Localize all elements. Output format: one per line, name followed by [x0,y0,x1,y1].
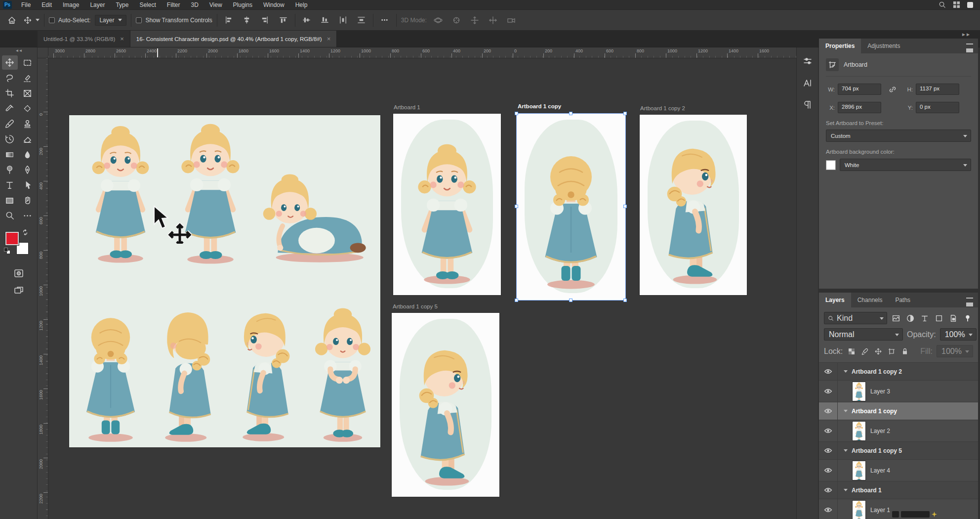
screen-mode-icon[interactable] [13,285,24,295]
rectangular-marquee-tool[interactable] [20,55,36,70]
layer-row[interactable]: Artboard 1 copy 5 [819,442,978,460]
layer-row[interactable]: Artboard 1 copy 2 [819,363,978,381]
selection-handle[interactable] [623,205,627,208]
path-select-tool[interactable] [20,178,36,192]
layer-row[interactable]: Layer 3 [819,381,978,402]
group-expand-chevron-icon[interactable] [844,410,848,412]
document-tab[interactable]: Untitled-1 @ 33.3% (RGB/8) [38,31,130,47]
layer-thumbnail[interactable] [853,382,865,401]
selection-handle[interactable] [569,299,572,302]
menu-item[interactable]: File [16,0,36,9]
history-brush-tool[interactable] [2,132,18,146]
patch-tool[interactable] [20,101,36,116]
menu-item[interactable]: Window [258,0,290,9]
artboard-1[interactable] [393,114,501,295]
lock-position-icon[interactable] [873,345,883,357]
opacity-field[interactable]: 100% [940,328,977,341]
group-expand-chevron-icon[interactable] [844,370,848,373]
checkbox-icon[interactable] [49,17,55,23]
close-tab-icon[interactable] [327,35,331,43]
selection-handle[interactable] [623,299,627,302]
character-sheet-image[interactable] [69,115,380,447]
layer-row[interactable]: Artboard 1 copy [819,402,978,420]
eraser-tool[interactable] [20,132,36,146]
layer-thumbnail[interactable] [853,422,865,440]
canvas-viewport[interactable]: Artboard 1 Artboard 1 copy Artboard 1 co… [48,58,796,519]
auto-select-target-dropdown[interactable]: Layer [95,15,126,26]
filter-pixel-layers-icon[interactable] [890,312,901,324]
panel-tab[interactable]: Paths [889,293,917,307]
menu-item[interactable]: 3D [185,0,204,9]
visibility-toggle[interactable] [819,381,838,402]
panel-tab[interactable]: Adjustments [861,39,906,53]
type-tool[interactable] [2,178,18,192]
collapse-toolbar-icon[interactable]: ◄◄ [0,47,37,53]
ruler-origin-corner[interactable] [38,47,48,58]
home-icon[interactable] [5,13,19,27]
selection-handle[interactable] [515,299,518,302]
menu-item[interactable]: Help [290,0,313,9]
menu-item[interactable]: Select [134,0,161,9]
menu-item[interactable]: Layer [84,0,110,9]
brush-tool[interactable] [2,117,18,131]
lock-all-icon[interactable] [900,345,909,357]
layer-thumbnail[interactable] [853,501,865,519]
menu-item[interactable]: Type [110,0,134,9]
selection-handle[interactable] [515,112,518,115]
horizontal-ruler[interactable]: 3000 2800 2600 2400 2200 2000 1800 1600 … [48,47,796,58]
frame-tool[interactable] [20,86,36,100]
crop-tool[interactable] [2,86,18,100]
menu-item[interactable]: Edit [36,0,57,9]
move-tool[interactable] [2,55,18,70]
artboard-label[interactable]: Artboard 1 [394,104,420,110]
foreground-color-swatch[interactable] [5,232,19,245]
show-transform-checkbox[interactable]: Show Transform Controls [136,17,212,24]
panel-menu-icon[interactable] [966,298,973,303]
swap-colors-icon[interactable] [22,229,29,236]
clone-stamp-tool[interactable] [20,117,36,131]
artboard-bg-color-swatch[interactable] [826,160,836,170]
close-tab-icon[interactable] [120,35,124,43]
group-expand-chevron-icon[interactable] [844,449,848,452]
artboard-preset-dropdown[interactable]: Custom [826,130,971,142]
quick-mask-icon[interactable] [13,268,24,278]
hand-tool[interactable] [20,193,36,208]
panel-menu-icon[interactable] [966,43,973,48]
link-dimensions-icon[interactable] [884,85,901,94]
sliders-panel-icon[interactable] [801,54,815,68]
move-tool-preset[interactable] [23,16,40,25]
height-field[interactable]: 1137 px [916,84,959,95]
vertical-ruler[interactable]: 0 200 400 600 800 1000 1200 1400 1600 18… [38,58,48,519]
lock-transparency-icon[interactable] [847,345,856,357]
filter-adjustment-layers-icon[interactable] [904,312,916,324]
search-icon[interactable] [939,1,946,8]
zoom-tool[interactable] [2,209,18,223]
panel-tab[interactable]: Layers [819,293,851,307]
auto-select-checkbox[interactable]: Auto-Select: [49,17,90,24]
artboard-1-copy-5[interactable] [392,313,499,497]
filter-type-layers-icon[interactable] [919,312,930,324]
panel-tab[interactable]: Channels [851,293,889,307]
lock-pixels-icon[interactable] [860,345,869,357]
artboard-1-copy[interactable] [517,114,625,300]
visibility-toggle[interactable] [819,420,838,441]
filter-shape-layers-icon[interactable] [933,312,944,324]
filter-smart-objects-icon[interactable] [947,312,959,324]
edit-toolbar-icon[interactable] [20,209,36,223]
blend-mode-dropdown[interactable]: Normal [824,328,903,341]
object-selection-tool[interactable] [20,71,36,85]
document-tab[interactable]: 16- Consistent Character design.psd @ 40… [130,31,337,47]
visibility-toggle[interactable] [819,499,838,519]
blur-tool[interactable] [20,147,36,162]
artboard-label[interactable]: Artboard 1 copy 2 [640,105,685,111]
layer-row[interactable]: Artboard 1 [819,481,978,499]
visibility-toggle[interactable] [819,460,838,481]
width-field[interactable]: 704 px [838,84,881,95]
align-left-edges-icon[interactable] [222,13,236,27]
lasso-tool[interactable] [2,71,18,85]
distribute-horizontally-icon[interactable] [336,13,350,27]
group-expand-chevron-icon[interactable] [844,489,848,491]
character-panel-icon[interactable] [801,76,815,90]
artboard-1-copy-2[interactable] [640,115,747,295]
visibility-toggle[interactable] [819,481,838,499]
